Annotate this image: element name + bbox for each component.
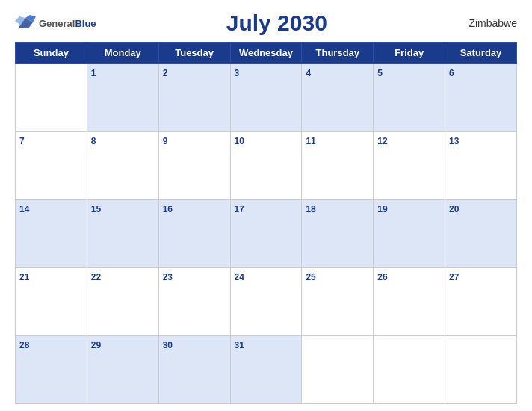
calendar-empty-cell (302, 336, 374, 404)
weekday-header-row: SundayMondayTuesdayWednesdayThursdayFrid… (16, 43, 517, 64)
day-number: 8 (91, 136, 96, 146)
calendar-table: SundayMondayTuesdayWednesdayThursdayFrid… (15, 42, 517, 404)
day-number: 30 (163, 340, 173, 350)
weekday-header-monday: Monday (87, 43, 158, 64)
day-number: 16 (163, 204, 173, 214)
day-number: 3 (235, 68, 240, 78)
day-number: 22 (91, 272, 101, 282)
calendar-day-17: 17 (230, 200, 302, 268)
day-number: 1 (91, 68, 96, 78)
calendar-day-20: 20 (445, 200, 517, 268)
logo-general-text: General (39, 18, 75, 29)
calendar-week-row: 28293031 (16, 336, 517, 404)
weekday-header-saturday: Saturday (445, 43, 517, 64)
day-number: 10 (235, 136, 244, 146)
calendar-day-9: 9 (158, 132, 230, 200)
logo-blue-text: Blue (75, 18, 96, 29)
day-number: 14 (19, 204, 29, 214)
calendar-day-1: 1 (87, 64, 158, 132)
day-number: 18 (306, 204, 315, 214)
calendar-day-5: 5 (374, 64, 445, 132)
calendar-day-24: 24 (230, 268, 302, 336)
day-number: 28 (19, 340, 29, 350)
calendar-day-15: 15 (87, 200, 158, 268)
calendar-day-31: 31 (230, 336, 302, 404)
calendar-day-12: 12 (374, 132, 445, 200)
day-number: 25 (306, 272, 315, 282)
country-label: Zimbabwe (457, 17, 517, 29)
day-number: 27 (449, 272, 459, 282)
weekday-header-sunday: Sunday (16, 43, 87, 64)
calendar-day-29: 29 (87, 336, 158, 404)
day-number: 23 (163, 272, 173, 282)
day-number: 11 (306, 136, 315, 146)
calendar-week-row: 21222324252627 (16, 268, 517, 336)
day-number: 21 (19, 272, 29, 282)
calendar-week-row: 14151617181920 (16, 200, 517, 268)
day-number: 24 (235, 272, 244, 282)
day-number: 12 (377, 136, 387, 146)
calendar-empty-cell (16, 64, 87, 132)
calendar-day-3: 3 (230, 64, 302, 132)
calendar-header: GeneralBlue July 2030 Zimbabwe (15, 7, 517, 39)
weekday-header-wednesday: Wednesday (230, 43, 302, 64)
calendar-day-13: 13 (445, 132, 517, 200)
calendar-day-7: 7 (16, 132, 87, 200)
calendar-day-30: 30 (158, 336, 230, 404)
calendar-day-21: 21 (16, 268, 87, 336)
calendar-day-28: 28 (16, 336, 87, 404)
calendar-day-25: 25 (302, 268, 374, 336)
calendar-day-14: 14 (16, 200, 87, 268)
calendar-day-19: 19 (374, 200, 445, 268)
calendar-empty-cell (445, 336, 517, 404)
day-number: 19 (377, 204, 387, 214)
calendar-day-11: 11 (302, 132, 374, 200)
day-number: 7 (19, 136, 25, 146)
calendar-day-6: 6 (445, 64, 517, 132)
weekday-header-friday: Friday (374, 43, 445, 64)
day-number: 13 (449, 136, 459, 146)
day-number: 20 (449, 204, 459, 214)
day-number: 15 (91, 204, 101, 214)
calendar-day-8: 8 (87, 132, 158, 200)
day-number: 31 (235, 340, 244, 350)
calendar-day-2: 2 (158, 64, 230, 132)
day-number: 9 (163, 136, 168, 146)
calendar-empty-cell (374, 336, 445, 404)
calendar-week-row: 123456 (16, 64, 517, 132)
weekday-header-tuesday: Tuesday (158, 43, 230, 64)
calendar-day-27: 27 (445, 268, 517, 336)
calendar-title: July 2030 (96, 10, 457, 36)
logo-bird-icon (15, 15, 36, 31)
day-number: 4 (306, 68, 311, 78)
day-number: 29 (91, 340, 101, 350)
day-number: 26 (377, 272, 387, 282)
calendar-day-10: 10 (230, 132, 302, 200)
day-number: 2 (163, 68, 168, 78)
calendar-day-26: 26 (374, 268, 445, 336)
calendar-day-4: 4 (302, 64, 374, 132)
calendar-day-23: 23 (158, 268, 230, 336)
calendar-day-16: 16 (158, 200, 230, 268)
logo: GeneralBlue (15, 15, 96, 31)
calendar-day-22: 22 (87, 268, 158, 336)
day-number: 5 (377, 68, 383, 78)
calendar-day-18: 18 (302, 200, 374, 268)
weekday-header-thursday: Thursday (302, 43, 374, 64)
day-number: 17 (235, 204, 244, 214)
day-number: 6 (449, 68, 454, 78)
calendar-week-row: 78910111213 (16, 132, 517, 200)
